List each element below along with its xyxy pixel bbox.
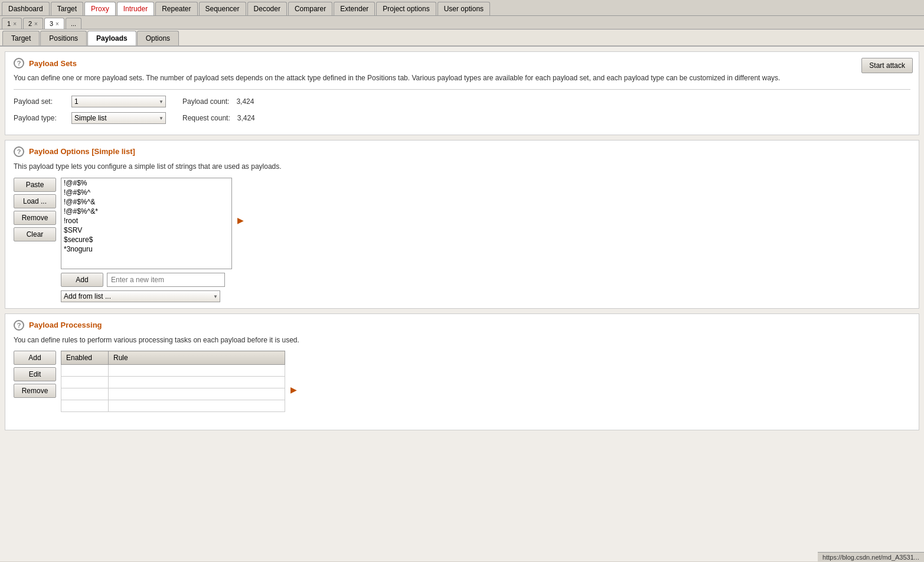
instances-bar: 1 × 2 × 3 × ... bbox=[0, 16, 924, 30]
tab-sequencer[interactable]: Sequencer bbox=[199, 2, 246, 15]
rule-cell bbox=[109, 377, 285, 388]
load-button[interactable]: Load ... bbox=[14, 194, 56, 208]
payload-options-header: ? Payload Options [Simple list] bbox=[14, 146, 910, 157]
more-tabs-label: ... bbox=[71, 20, 76, 27]
add-button[interactable]: Add bbox=[61, 273, 103, 287]
close-instance-2[interactable]: × bbox=[34, 21, 38, 27]
payload-options-title: Payload Options [Simple list] bbox=[29, 147, 135, 156]
enabled-cell bbox=[61, 400, 109, 412]
payload-list-box[interactable]: !@#$% !@#$%^ !@#$%^& !@#$%^&* !root $SRV… bbox=[61, 178, 232, 269]
processing-add-button[interactable]: Add bbox=[14, 351, 56, 365]
instance-label-3: 3 bbox=[50, 20, 53, 27]
payload-set-select-wrapper: 1 bbox=[71, 96, 166, 107]
menu-bar: Dashboard Target Proxy Intruder Repeater… bbox=[0, 0, 924, 16]
status-url: https://blog.csdn.net/md_A3531... bbox=[822, 554, 919, 561]
list-item[interactable]: !@#$%^& bbox=[61, 197, 231, 207]
processing-remove-button[interactable]: Remove bbox=[14, 384, 56, 398]
list-item[interactable]: !@#$%^&* bbox=[61, 207, 231, 216]
table-row bbox=[61, 377, 285, 388]
instance-tab-2[interactable]: 2 × bbox=[23, 18, 43, 29]
rule-cell bbox=[109, 400, 285, 412]
tab-user-options[interactable]: User options bbox=[437, 2, 490, 15]
payload-type-label: Payload type: bbox=[14, 114, 67, 122]
col-enabled: Enabled bbox=[61, 351, 109, 365]
main-wrapper: Start attack ? Payload Sets You can defi… bbox=[0, 47, 924, 561]
sub-tabs: Target Positions Payloads Options bbox=[0, 30, 924, 47]
payload-list-wrapper: !@#$% !@#$%^ !@#$%^& !@#$%^&* !root $SRV… bbox=[61, 178, 232, 269]
enabled-cell bbox=[61, 388, 109, 400]
list-item[interactable]: !@#$%^ bbox=[61, 188, 231, 197]
processing-arrow-marker: ▶ bbox=[290, 385, 297, 394]
tab-intruder[interactable]: Intruder bbox=[117, 2, 154, 15]
payload-processing-title: Payload Processing bbox=[29, 321, 102, 329]
payload-processing-desc: You can define rules to perform various … bbox=[14, 335, 910, 345]
payload-type-select[interactable]: Simple list bbox=[71, 112, 166, 124]
instance-label-2: 2 bbox=[28, 20, 32, 27]
tab-extender[interactable]: Extender bbox=[334, 2, 375, 15]
status-bar: https://blog.csdn.net/md_A3531... bbox=[818, 552, 924, 561]
payload-sets-header: ? Payload Sets bbox=[14, 58, 910, 68]
list-item[interactable]: $secure$ bbox=[61, 235, 231, 244]
payload-options-section: ? Payload Options [Simple list] This pay… bbox=[5, 140, 919, 309]
close-instance-3[interactable]: × bbox=[55, 21, 59, 27]
remove-button[interactable]: Remove bbox=[14, 211, 56, 225]
list-item[interactable]: *3noguru bbox=[61, 244, 231, 254]
paste-button[interactable]: Paste bbox=[14, 178, 56, 192]
instance-tab-1[interactable]: 1 × bbox=[2, 18, 22, 29]
sub-tab-options[interactable]: Options bbox=[137, 31, 179, 45]
processing-table-wrapper: Enabled Rule bbox=[61, 351, 285, 412]
enabled-cell bbox=[61, 377, 109, 388]
payload-set-label: Payload set: bbox=[14, 97, 67, 106]
payload-count-value: 3,424 bbox=[236, 97, 254, 106]
tab-project-options[interactable]: Project options bbox=[376, 2, 436, 15]
payload-processing-section: ? Payload Processing You can define rule… bbox=[5, 313, 919, 431]
add-from-list-wrapper: Add from list ... bbox=[61, 290, 220, 302]
list-item[interactable]: !@#$% bbox=[61, 178, 231, 188]
payload-type-row: Payload type: Simple list Request count:… bbox=[14, 112, 910, 124]
tab-decoder[interactable]: Decoder bbox=[247, 2, 287, 15]
table-row bbox=[61, 388, 285, 400]
payload-list-area: Paste Load ... Remove Clear !@#$% !@#$%^… bbox=[14, 178, 910, 269]
payload-processing-icon: ? bbox=[14, 320, 24, 331]
tab-repeater[interactable]: Repeater bbox=[155, 2, 197, 15]
payload-options-icon: ? bbox=[14, 146, 24, 157]
processing-table: Enabled Rule bbox=[61, 351, 285, 412]
table-row bbox=[61, 365, 285, 377]
col-rule: Rule bbox=[109, 351, 285, 365]
tab-dashboard[interactable]: Dashboard bbox=[2, 2, 50, 15]
add-from-list-select[interactable]: Add from list ... bbox=[61, 290, 220, 302]
clear-button[interactable]: Clear bbox=[14, 227, 56, 241]
request-count-value: 3,424 bbox=[237, 114, 255, 122]
sub-tab-target[interactable]: Target bbox=[2, 31, 40, 45]
rule-cell bbox=[109, 365, 285, 377]
request-count-label: Request count: bbox=[182, 114, 230, 122]
payload-sets-desc: You can define one or more payload sets.… bbox=[14, 73, 910, 83]
payload-sets-icon: ? bbox=[14, 58, 24, 68]
start-attack-button[interactable]: Start attack bbox=[861, 58, 913, 73]
payload-sets-title: Payload Sets bbox=[29, 59, 77, 68]
sub-tab-payloads[interactable]: Payloads bbox=[87, 31, 136, 45]
list-item[interactable]: !root bbox=[61, 216, 231, 226]
processing-table-area: Add Edit Remove Enabled Rule bbox=[14, 351, 910, 412]
processing-edit-button[interactable]: Edit bbox=[14, 367, 56, 381]
add-from-list-row: Add from list ... bbox=[61, 290, 910, 302]
add-item-input[interactable] bbox=[107, 273, 225, 287]
tab-comparer[interactable]: Comparer bbox=[288, 2, 332, 15]
close-instance-1[interactable]: × bbox=[13, 21, 17, 27]
tab-proxy[interactable]: Proxy bbox=[84, 2, 116, 15]
list-arrow-marker: ▶ bbox=[237, 215, 244, 225]
list-item[interactable]: $SRV bbox=[61, 226, 231, 235]
tab-target[interactable]: Target bbox=[51, 2, 83, 15]
processing-buttons: Add Edit Remove bbox=[14, 351, 56, 412]
instance-label-1: 1 bbox=[7, 20, 11, 27]
sub-tab-positions[interactable]: Positions bbox=[40, 31, 87, 45]
instance-tab-more[interactable]: ... bbox=[66, 18, 81, 29]
main-scroll[interactable]: Start attack ? Payload Sets You can defi… bbox=[0, 47, 924, 561]
payload-options-desc: This payload type lets you configure a s… bbox=[14, 162, 910, 172]
payload-set-select[interactable]: 1 bbox=[71, 96, 166, 107]
instance-tab-3[interactable]: 3 × bbox=[44, 18, 64, 29]
enabled-cell bbox=[61, 365, 109, 377]
rule-cell bbox=[109, 388, 285, 400]
payload-sets-section: Start attack ? Payload Sets You can defi… bbox=[5, 51, 919, 135]
payload-type-select-wrapper: Simple list bbox=[71, 112, 166, 124]
